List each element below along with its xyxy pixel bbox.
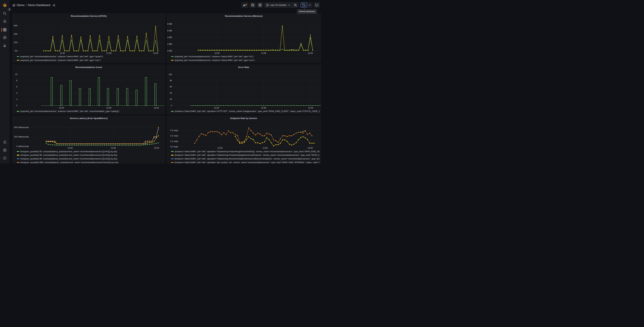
svg-text:22:00: 22:00 <box>308 147 312 149</box>
svg-text:4: 4 <box>16 92 17 94</box>
svg-text:0.3 req/s: 0.3 req/s <box>170 129 178 132</box>
svg-text:6 MB: 6 MB <box>167 30 172 32</box>
svg-text:22:00: 22:00 <box>154 106 159 109</box>
svg-text:21:55: 21:55 <box>261 52 266 54</box>
svg-text:?: ? <box>4 157 5 159</box>
svg-text:21:50: 21:50 <box>214 52 220 54</box>
svg-text:21:55: 21:55 <box>106 106 111 109</box>
svg-text:2 MB: 2 MB <box>167 43 172 45</box>
svg-text:6: 6 <box>16 86 17 88</box>
svg-text:10: 10 <box>15 73 18 76</box>
svg-text:0 milliseconds: 0 milliseconds <box>16 145 29 148</box>
svg-text:21:55: 21:55 <box>111 147 116 149</box>
svg-text:21:50: 21:50 <box>68 147 72 149</box>
svg-text:20%: 20% <box>14 33 18 35</box>
svg-text:200 milliseconds: 200 milliseconds <box>14 136 29 138</box>
svg-text:21:50: 21:50 <box>60 52 65 54</box>
svg-text:10%: 10% <box>14 41 18 44</box>
svg-text:21:50: 21:50 <box>59 106 64 109</box>
svg-text:21:50: 21:50 <box>218 147 222 149</box>
svg-text:21:55: 21:55 <box>262 147 268 149</box>
svg-text:2: 2 <box>16 98 17 100</box>
svg-text:8: 8 <box>16 80 17 82</box>
svg-text:8 MB: 8 MB <box>167 23 172 25</box>
svg-text:0.2 req/s: 0.2 req/s <box>170 135 178 137</box>
svg-text:400 milliseconds: 400 milliseconds <box>14 126 29 128</box>
svg-text:4 MB: 4 MB <box>167 36 172 38</box>
svg-text:0 MB: 0 MB <box>167 50 172 52</box>
svg-text:80: 80 <box>170 80 172 82</box>
svg-text:21:55: 21:55 <box>261 106 266 109</box>
svg-text:21:55: 21:55 <box>106 52 111 54</box>
svg-text:21:50: 21:50 <box>214 106 219 109</box>
svg-text:0: 0 <box>171 104 172 106</box>
svg-text:22:00: 22:00 <box>308 106 313 109</box>
svg-text:0%: 0% <box>14 50 18 52</box>
svg-text:0.0 req/s: 0.0 req/s <box>170 146 178 148</box>
svg-text:60: 60 <box>170 86 172 88</box>
svg-text:40: 40 <box>170 92 172 94</box>
svg-text:0.1 req/s: 0.1 req/s <box>170 140 178 142</box>
svg-text:100: 100 <box>168 73 172 76</box>
svg-text:22:00: 22:00 <box>154 147 159 149</box>
svg-text:22:00: 22:00 <box>153 52 158 54</box>
svg-text:30%: 30% <box>14 24 18 27</box>
svg-text:0: 0 <box>16 104 17 107</box>
svg-text:22:00: 22:00 <box>308 52 313 54</box>
svg-text:20: 20 <box>170 98 172 100</box>
